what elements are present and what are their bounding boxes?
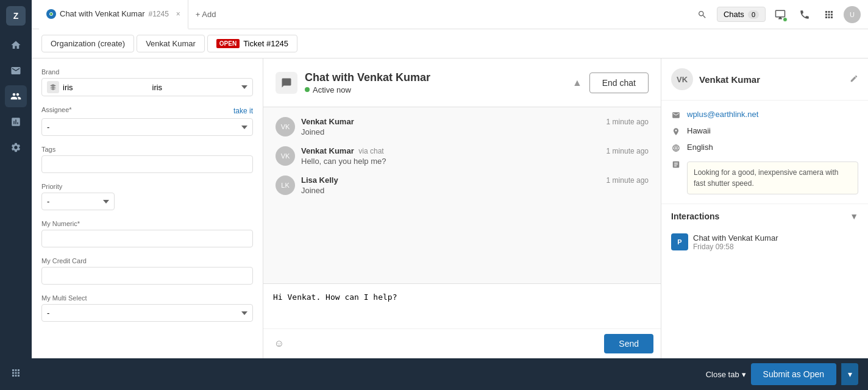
message-avatar: LK	[276, 176, 295, 195]
message-content: Lisa Kelly 1 minute ago Joined	[301, 176, 649, 195]
ticket-number: Ticket #1245	[243, 39, 288, 48]
chat-input-footer: ☺ Send	[263, 328, 661, 358]
message-time: 1 minute ago	[607, 118, 649, 126]
tags-input[interactable]	[41, 155, 253, 173]
chat-title-area: Chat with Venkat Kumar Active now	[305, 71, 565, 94]
interactions-collapse-icon: ▼	[850, 211, 858, 221]
breadcrumb-customer[interactable]: Venkat Kumar	[137, 35, 205, 52]
submit-button[interactable]: Submit as Open	[751, 363, 836, 385]
tab-close-icon[interactable]: ×	[176, 10, 180, 18]
nav-reports-icon[interactable]	[5, 111, 27, 133]
location-icon	[671, 127, 681, 136]
my-numeric-input[interactable]	[41, 230, 253, 247]
active-status: Active now	[305, 85, 565, 94]
tab-title: Chat with Venkat Kumar	[60, 9, 144, 18]
online-indicator	[49, 12, 53, 16]
chats-label: Chats	[724, 10, 744, 19]
priority-label: Priority	[41, 183, 253, 190]
close-tab-button[interactable]: Close tab ▾	[706, 370, 746, 379]
tags-label: Tags	[41, 146, 253, 153]
assignee-label: Assignee*	[41, 106, 72, 113]
message-header: Lisa Kelly 1 minute ago	[301, 176, 649, 185]
nav-tickets-icon[interactable]	[5, 60, 27, 82]
my-multi-select-field-group: My Multi Select -	[41, 294, 253, 322]
send-button[interactable]: Send	[604, 334, 653, 353]
monitor-icon-button[interactable]	[770, 5, 790, 24]
user-avatar[interactable]: U	[844, 6, 861, 23]
ticket-open-badge: OPEN	[216, 39, 240, 48]
my-numeric-field-group: My Numeric*	[41, 220, 253, 247]
brand-select[interactable]: iris	[63, 83, 149, 92]
tab-favicon	[46, 9, 56, 19]
chats-button[interactable]: Chats 0	[717, 7, 766, 22]
customer-avatar: VK	[671, 68, 693, 90]
message-item: LK Lisa Kelly 1 minute ago Joined	[276, 176, 649, 195]
message-header: Venkat Kumar via chat 1 minute ago	[301, 146, 649, 155]
customer-header: VK Venkat Kumar	[661, 58, 868, 101]
chat-title: Chat with Venkat Kumar	[305, 71, 565, 84]
interactions-title: Interactions	[671, 211, 719, 221]
breadcrumb-org[interactable]: Organization (create)	[41, 35, 134, 52]
assignee-field-group: Assignee* take it -	[41, 106, 253, 136]
message-text: Joined	[301, 186, 649, 195]
breadcrumb-ticket[interactable]: OPEN Ticket #1245	[207, 35, 297, 52]
monitor-online-dot	[783, 17, 788, 22]
message-sender: Venkat Kumar	[301, 117, 354, 126]
nav-home-icon[interactable]	[5, 34, 27, 56]
message-time: 1 minute ago	[607, 176, 649, 185]
customer-email[interactable]: wplus@earthlink.net	[687, 110, 758, 119]
message-time: 1 minute ago	[607, 147, 649, 155]
note-icon	[671, 160, 681, 169]
tags-field-group: Tags	[41, 146, 253, 173]
message-header: Venkat Kumar 1 minute ago	[301, 117, 649, 126]
nav-settings-icon[interactable]	[5, 136, 27, 158]
phone-icon-button[interactable]	[795, 5, 814, 24]
right-panel: VK Venkat Kumar wplus@earthlink.net	[661, 58, 868, 358]
customer-details: wplus@earthlink.net Hawaii English	[661, 101, 868, 204]
customer-name: Venkat Kumar	[699, 74, 844, 85]
left-navigation: Z	[0, 0, 32, 390]
grid-icon-button[interactable]	[819, 5, 839, 24]
chats-count-badge: 0	[748, 10, 759, 19]
my-multi-select[interactable]: -	[41, 304, 253, 322]
interactions-header[interactable]: Interactions ▼	[671, 211, 858, 221]
message-text: Hello, can you help me?	[301, 157, 649, 166]
chat-input-area: Hi Venkat. How can I help? ☺ Send	[263, 283, 661, 358]
message-avatar: VK	[276, 117, 295, 136]
customer-language: English	[687, 143, 713, 152]
chat-input[interactable]: Hi Venkat. How can I help?	[263, 284, 661, 327]
emoji-button[interactable]: ☺	[271, 335, 288, 352]
priority-select[interactable]: -	[41, 193, 115, 210]
active-tab[interactable]: Chat with Venkat Kumar #1245 ×	[39, 0, 188, 29]
interaction-item: P Chat with Venkat Kumar Friday 09:58	[671, 229, 858, 256]
my-credit-card-input[interactable]	[41, 267, 253, 285]
end-chat-button[interactable]: End chat	[589, 73, 649, 93]
top-bar: Chat with Venkat Kumar #1245 × + Add Cha…	[32, 0, 868, 29]
add-tab-button[interactable]: + Add	[188, 0, 224, 29]
message-item: VK Venkat Kumar via chat 1 minute ago He…	[276, 146, 649, 166]
my-multi-select-label: My Multi Select	[41, 294, 253, 302]
left-panel: Brand iris iris Assignee* take it -	[32, 58, 263, 358]
search-button[interactable]	[692, 5, 712, 24]
message-text: Joined	[301, 127, 649, 136]
edit-customer-icon[interactable]	[850, 74, 858, 85]
assignee-select[interactable]: -	[41, 118, 253, 136]
breadcrumb-bar: Organization (create) Venkat Kumar OPEN …	[32, 29, 868, 58]
chat-collapse-button[interactable]: ▲	[572, 77, 582, 88]
brand-icon	[47, 81, 59, 93]
brand-select-wrapper[interactable]: iris iris	[41, 78, 253, 96]
nav-apps-icon[interactable]	[5, 362, 27, 384]
email-row: wplus@earthlink.net	[671, 107, 858, 123]
my-credit-card-label: My Credit Card	[41, 257, 253, 264]
content-area: Brand iris iris Assignee* take it -	[32, 58, 868, 358]
message-item: VK Venkat Kumar 1 minute ago Joined	[276, 117, 649, 136]
top-bar-right: Chats 0 U	[692, 5, 861, 24]
nav-users-icon[interactable]	[5, 85, 27, 107]
my-credit-card-field-group: My Credit Card	[41, 257, 253, 285]
interaction-info: Chat with Venkat Kumar Friday 09:58	[693, 233, 858, 251]
message-content: Venkat Kumar 1 minute ago Joined	[301, 117, 649, 136]
location-row: Hawaii	[671, 123, 858, 140]
submit-dropdown-button[interactable]: ▾	[841, 363, 858, 385]
brand-label: Brand	[41, 68, 253, 76]
take-it-link[interactable]: take it	[233, 107, 253, 115]
